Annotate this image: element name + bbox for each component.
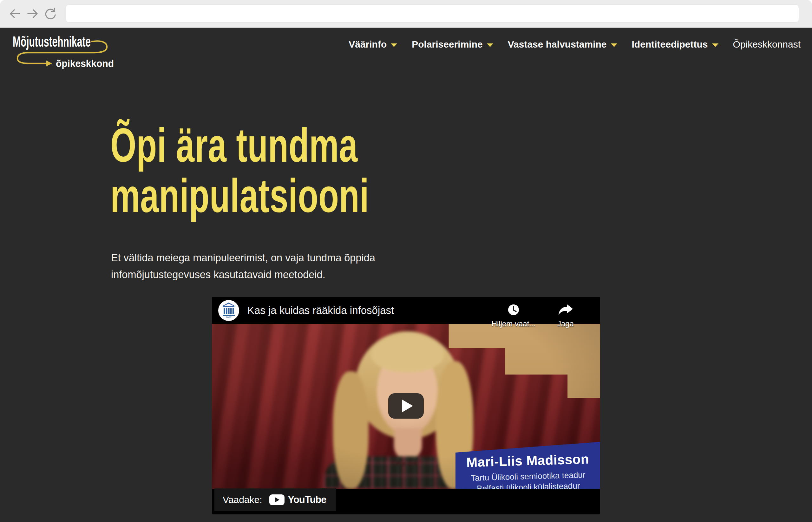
share-arrow-icon <box>558 304 573 317</box>
play-icon <box>402 400 413 412</box>
page-title-line2: manipulatsiooni <box>111 170 369 221</box>
chevron-down-icon <box>611 43 617 47</box>
page-title: Õpi ära tundma manipulatsiooni <box>111 120 369 221</box>
logo-subtitle: õpikeskkond <box>56 58 114 69</box>
nav-item-opikeskkonnast[interactable]: Õpikeskkonnast <box>733 39 800 50</box>
channel-avatar[interactable]: 1632 <box>218 300 239 321</box>
speaker-bangs <box>372 337 444 372</box>
screenshot-root: Mõjutustehnikate õpikeskkond Väärinfo Po… <box>0 0 812 522</box>
logo-title: Mõjutustehnikate <box>13 33 91 50</box>
back-arrow-icon <box>7 6 22 21</box>
watch-later-label: Hiljem vaat... <box>492 319 536 328</box>
chevron-down-icon <box>391 43 397 47</box>
youtube-embed-player: 1632 Kas ja kuidas rääkida infosõjast Hi… <box>212 297 600 515</box>
watch-on-youtube-bar: Vaadake: YouTube <box>214 488 336 511</box>
address-bar[interactable] <box>66 4 799 22</box>
nav-label: Identiteedipettus <box>632 39 708 50</box>
share-label: Jaga <box>557 319 574 328</box>
video-title-bar: 1632 Kas ja kuidas rääkida infosõjast Hi… <box>212 297 600 324</box>
speaker-hair <box>355 332 460 439</box>
nav-label: Õpikeskkonnast <box>733 39 800 50</box>
browser-toolbar <box>0 0 812 27</box>
nav-item-vastase-halvustamine[interactable]: Vastase halvustamine <box>508 39 617 50</box>
youtube-play-icon <box>269 495 284 505</box>
clock-icon <box>508 304 519 317</box>
speaker-neck <box>394 428 422 459</box>
reload-button[interactable] <box>43 6 58 21</box>
speaker-hair-left <box>333 372 369 489</box>
university-building-icon: 1632 <box>222 303 236 318</box>
speaker-name: Mari-Liis Madisson <box>455 451 600 470</box>
main-nav: Väärinfo Polariseerimine Vastase halvust… <box>349 39 800 50</box>
forward-button[interactable] <box>25 6 40 21</box>
speaker-necklace <box>386 445 428 465</box>
youtube-wordmark: YouTube <box>288 494 326 505</box>
youtube-play-triangle <box>275 497 279 502</box>
nav-item-polariseerimine[interactable]: Polariseerimine <box>412 39 493 50</box>
reload-icon <box>43 6 58 21</box>
video-topbar-controls: Hiljem vaat... Jaga <box>490 297 600 324</box>
youtube-link[interactable]: YouTube <box>269 494 326 505</box>
forward-arrow-icon <box>25 6 40 21</box>
speaker-face <box>377 348 438 435</box>
chevron-down-icon <box>712 43 718 47</box>
site-logo[interactable]: Mõjutustehnikate õpikeskkond <box>12 29 121 72</box>
logo-graphic: Mõjutustehnikate õpikeskkond <box>12 29 121 72</box>
page-title-line1: Õpi ära tundma <box>111 120 369 170</box>
chevron-down-icon <box>487 43 493 47</box>
nav-label: Polariseerimine <box>412 39 482 50</box>
logo-arrow-head <box>46 61 52 66</box>
watch-later-button[interactable]: Hiljem vaat... <box>490 297 537 324</box>
watermark-label: Vaadake: <box>223 495 262 505</box>
play-button[interactable] <box>388 393 424 419</box>
back-button[interactable] <box>7 6 22 21</box>
nav-label: Väärinfo <box>349 39 387 50</box>
video-title-link[interactable]: Kas ja kuidas rääkida infosõjast <box>247 304 394 317</box>
webpage: Mõjutustehnikate õpikeskkond Väärinfo Po… <box>0 27 812 522</box>
page-subtitle: Et vältida meiega manipuleerimist, on va… <box>111 249 390 283</box>
avatar-caption: 1632 <box>226 316 232 318</box>
share-button[interactable]: Jaga <box>542 297 589 324</box>
nav-item-identiteedipettus[interactable]: Identiteedipettus <box>632 39 718 50</box>
nav-label: Vastase halvustamine <box>508 39 607 50</box>
nav-item-vaarinfo[interactable]: Väärinfo <box>349 39 397 50</box>
